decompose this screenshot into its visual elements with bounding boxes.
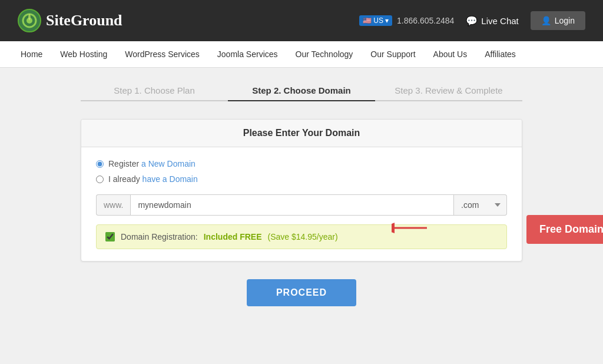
radio-new-domain-text1: Register — [108, 159, 139, 168]
tld-select[interactable]: .com .net .org .info .biz — [454, 194, 507, 216]
nav-bar: Home Web Hosting WordPress Services Joom… — [0, 41, 603, 68]
step-1-line — [81, 100, 228, 101]
proceed-btn-row: PROCEED — [247, 279, 356, 306]
live-chat-button[interactable]: 💬 Live Chat — [466, 15, 518, 27]
nav-our-technology[interactable]: Our Technology — [287, 41, 362, 68]
radio-existing-domain-text1: I already — [108, 174, 140, 184]
free-domain-badge-container: Free Domain — [526, 215, 603, 244]
step-3: Step 3. Review & Complete — [375, 85, 522, 101]
step-2-label: Step 2. Choose Domain — [228, 85, 375, 101]
radio-new-domain-link[interactable]: a New Domain — [141, 159, 196, 168]
logo[interactable]: SiteGround — [18, 9, 122, 32]
domain-input-row: www. .com .net .org .info .biz — [96, 194, 507, 216]
nav-affiliates[interactable]: Affiliates — [476, 41, 525, 68]
free-domain-badge: Free Domain — [526, 215, 603, 244]
domain-form-body: Register a New Domain I already have a D… — [81, 147, 522, 261]
steps-bar: Step 1. Choose Plan Step 2. Choose Domai… — [81, 85, 522, 101]
domain-text-input[interactable] — [130, 194, 454, 216]
radio-existing-domain-input[interactable] — [96, 176, 104, 183]
nav-wordpress-services[interactable]: WordPress Services — [116, 41, 208, 68]
step-3-line — [375, 100, 522, 101]
top-bar: SiteGround 🇺🇸 US ▾ 1.866.605.2484 💬 Live… — [0, 0, 603, 41]
domain-form-header: Please Enter Your Domain — [81, 120, 522, 147]
nav-joomla-services[interactable]: Joomla Services — [208, 41, 287, 68]
phone-number: 1.866.605.2484 — [397, 16, 454, 25]
main-content: Step 1. Choose Plan Step 2. Choose Domai… — [0, 68, 603, 339]
free-domain-save-text: (Save $14.95/year) — [268, 232, 338, 241]
top-right-controls: 🇺🇸 US ▾ 1.866.605.2484 💬 Live Chat 👤 Log… — [359, 11, 585, 30]
nav-our-support[interactable]: Our Support — [362, 41, 424, 68]
free-domain-label-text: Domain Registration: — [121, 232, 198, 241]
nav-home[interactable]: Home — [12, 41, 51, 68]
nav-about-us[interactable]: About Us — [425, 41, 476, 68]
step-2-line — [228, 100, 375, 101]
brand-name: SiteGround — [46, 12, 122, 29]
www-prefix: www. — [96, 194, 130, 216]
domain-box-wrapper: Please Enter Your Domain Register a New … — [81, 119, 522, 262]
person-icon: 👤 — [541, 16, 551, 25]
proceed-button[interactable]: PROCEED — [247, 279, 356, 306]
step-1: Step 1. Choose Plan — [81, 85, 228, 101]
free-domain-included-text: Included FREE — [204, 232, 262, 241]
radio-existing-domain: I already have a Domain — [96, 174, 507, 184]
chat-icon: 💬 — [466, 15, 478, 27]
flag-selector[interactable]: 🇺🇸 US ▾ — [359, 15, 392, 26]
domain-registration-checkbox[interactable] — [105, 232, 115, 241]
red-arrow-icon — [392, 219, 433, 237]
free-domain-row: Domain Registration: Included FREE (Save… — [96, 224, 507, 249]
step-2: Step 2. Choose Domain — [228, 85, 375, 101]
radio-new-domain: Register a New Domain — [96, 159, 507, 168]
phone-info: 🇺🇸 US ▾ 1.866.605.2484 — [359, 15, 454, 26]
radio-existing-domain-link[interactable]: have a Domain — [143, 174, 198, 184]
domain-form-box: Please Enter Your Domain Register a New … — [81, 119, 522, 262]
nav-web-hosting[interactable]: Web Hosting — [51, 41, 116, 68]
step-1-label: Step 1. Choose Plan — [81, 85, 228, 101]
login-button[interactable]: 👤 Login — [531, 11, 585, 30]
radio-new-domain-input[interactable] — [96, 160, 104, 168]
logo-icon — [18, 9, 41, 32]
step-3-label: Step 3. Review & Complete — [375, 85, 522, 101]
